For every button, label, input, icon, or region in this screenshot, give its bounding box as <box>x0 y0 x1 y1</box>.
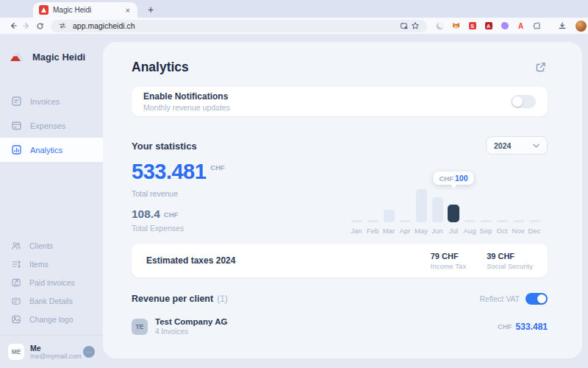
new-tab-button[interactable]: + <box>148 4 154 15</box>
bar-slot-apr[interactable]: Apr <box>397 166 413 234</box>
app-shell: Magic Heidi Invoices Expenses Analytics … <box>0 34 588 368</box>
bar-jun[interactable] <box>432 197 443 222</box>
sidebar-item-analytics[interactable]: Analytics <box>0 138 103 162</box>
total-revenue-label: Total revenue <box>132 189 178 198</box>
install-app-icon[interactable] <box>398 19 409 32</box>
expenses-icon <box>11 120 22 131</box>
client-name: Test Company AG <box>155 317 227 326</box>
bar-may[interactable] <box>416 189 427 222</box>
sidebar-item-clients[interactable]: Clients <box>0 236 103 255</box>
browser-profile-avatar[interactable] <box>576 21 587 32</box>
taxes-title: Estimated taxes 2024 <box>146 255 431 266</box>
bar-label-jun: Jun <box>429 222 445 234</box>
page-title: Analytics <box>132 60 189 75</box>
sidebar-item-label: Change logo <box>29 315 74 324</box>
bar-label-oct: Oct <box>494 222 510 234</box>
s-extension-icon[interactable]: S <box>468 22 476 30</box>
a-extension-icon[interactable]: A <box>517 22 525 30</box>
client-count: (1) <box>217 294 228 304</box>
client-amount: CHF 533.481 <box>498 322 548 332</box>
browser-toolbar: app.magicheidi.ch S A A <box>0 18 588 34</box>
change-logo-icon <box>11 314 21 325</box>
notifications-card: Enable Notifications Monthly revenue upd… <box>132 87 548 116</box>
revenue-bar-chart: JanFebMarAprMayJunJulAugSepOctNovDecCHF1… <box>348 166 542 234</box>
user-row[interactable]: ME Me me@mymail.com ... <box>0 335 103 368</box>
chevron-down-icon <box>533 144 539 148</box>
total-revenue-value: 533.481 CHF <box>132 161 225 183</box>
invoices-icon <box>11 96 22 107</box>
client-invoice-count: 4 Invoices <box>155 328 227 336</box>
export-share-icon[interactable] <box>534 61 548 74</box>
bank-details-icon <box>11 296 21 306</box>
sidebar-item-items[interactable]: Items <box>0 255 103 273</box>
bar-slot-jan[interactable]: Jan <box>348 166 365 234</box>
bar-label-may: May <box>413 222 429 234</box>
browser-tab-strip: Magic Heidi × + <box>0 0 588 18</box>
chart-tooltip: CHF100 <box>433 171 473 185</box>
bar-label-aug: Aug <box>462 222 478 234</box>
main-panel: Analytics Enable Notifications Monthly r… <box>103 42 582 358</box>
taxes-card: Estimated taxes 2024 79 CHF Income Tax 3… <box>132 244 548 277</box>
bar-slot-nov[interactable]: Nov <box>510 166 526 234</box>
extensions-area: S A A <box>436 22 541 30</box>
bar-label-sep: Sep <box>478 222 494 234</box>
magic-heidi-logo-icon <box>10 50 26 63</box>
items-icon <box>11 259 21 269</box>
sidebar-item-expenses[interactable]: Expenses <box>0 113 103 138</box>
site-settings-icon[interactable] <box>57 19 68 32</box>
bar-label-feb: Feb <box>365 222 381 234</box>
tab-close-icon[interactable]: × <box>124 6 132 15</box>
tab-title: Magic Heidi <box>53 6 124 14</box>
magic-heidi-favicon <box>39 5 49 15</box>
notifications-subtitle: Monthly revenue updates <box>143 103 511 112</box>
sidebar-item-invoices[interactable]: Invoices <box>0 89 103 113</box>
bar-slot-may[interactable]: May <box>413 166 429 234</box>
reload-icon[interactable] <box>33 19 46 32</box>
puzzle-extensions-icon[interactable] <box>533 22 541 30</box>
bookmark-star-icon[interactable] <box>409 19 421 32</box>
sidebar-item-label: Invoices <box>30 97 60 106</box>
bar-label-jan: Jan <box>348 222 365 234</box>
revenue-per-client-title: Revenue per client <box>132 294 213 304</box>
bar-slot-sep[interactable]: Sep <box>478 166 494 234</box>
total-expenses-label: Total Expenses <box>132 224 184 233</box>
sidebar-item-bank-details[interactable]: Bank Details <box>0 291 103 310</box>
adobe-extension-icon[interactable]: A <box>484 22 492 30</box>
bar-label-apr: Apr <box>397 222 413 234</box>
nav-main: Invoices Expenses Analytics <box>0 89 103 162</box>
client-row[interactable]: TE Test Company AG 4 Invoices CHF 533.48… <box>132 317 548 336</box>
browser-tab[interactable]: Magic Heidi × <box>33 2 137 18</box>
reflect-vat-toggle[interactable] <box>526 293 548 305</box>
url-text[interactable]: app.magicheidi.ch <box>73 21 398 30</box>
downloads-icon[interactable] <box>556 19 569 32</box>
bar-jul[interactable] <box>448 205 459 222</box>
notifications-toggle[interactable] <box>511 95 536 108</box>
user-email: me@mymail.com <box>30 353 77 360</box>
bar-slot-oct[interactable]: Oct <box>494 166 510 234</box>
bar-slot-feb[interactable]: Feb <box>365 166 381 234</box>
sidebar-item-change-logo[interactable]: Change logo <box>0 310 103 328</box>
year-select[interactable]: 2024 <box>486 136 548 155</box>
year-value: 2024 <box>494 141 533 150</box>
reflect-vat-label: Reflect VAT <box>480 294 520 303</box>
clients-icon <box>11 241 21 251</box>
bar-label-mar: Mar <box>381 222 397 234</box>
user-more-icon[interactable]: ... <box>83 346 95 358</box>
bar-slot-mar[interactable]: Mar <box>381 166 397 234</box>
globe-extension-icon[interactable] <box>436 22 444 30</box>
url-bar[interactable]: app.magicheidi.ch <box>51 20 427 32</box>
paid-invoices-icon <box>11 277 21 288</box>
sidebar-item-label: Items <box>29 260 49 269</box>
brand-name: Magic Heidi <box>32 52 85 63</box>
bar-slot-dec[interactable]: Dec <box>526 166 542 234</box>
back-icon[interactable] <box>7 19 20 32</box>
client-avatar: TE <box>132 319 148 335</box>
forward-icon[interactable] <box>20 19 33 32</box>
metamask-extension-icon[interactable] <box>452 22 460 30</box>
bar-mar[interactable] <box>384 210 395 222</box>
purple-extension-icon[interactable] <box>501 22 509 30</box>
user-name: Me <box>30 344 77 353</box>
social-security-stat: 39 CHF Social Security <box>487 252 533 270</box>
sidebar-item-paid-invoices[interactable]: Paid invoices <box>0 273 103 291</box>
user-avatar: ME <box>8 344 24 360</box>
